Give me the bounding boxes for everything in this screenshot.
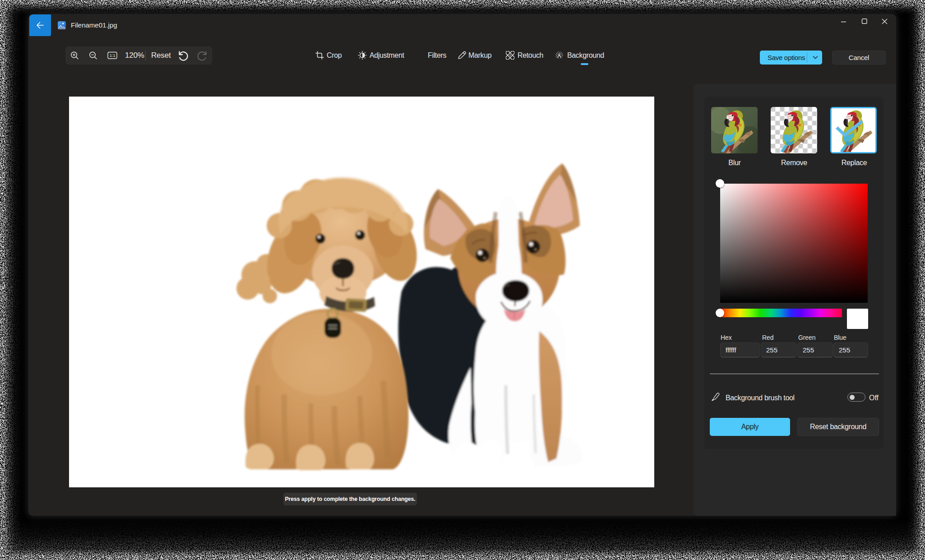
- svg-text:1:1: 1:1: [110, 53, 116, 58]
